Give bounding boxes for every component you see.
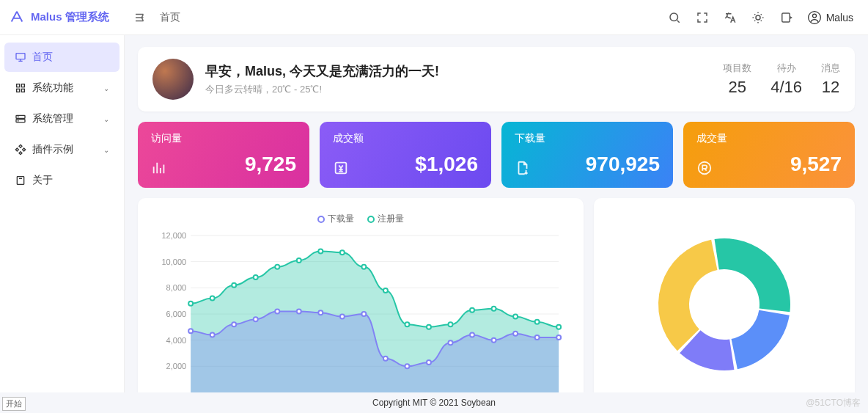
svg-point-1 (756, 15, 760, 20)
user-icon (807, 10, 822, 25)
svg-point-60 (470, 333, 474, 337)
main-content: 早安，Malus, 今天又是充满活力的一天! 今日多云转晴，20℃ - 25℃!… (125, 35, 868, 392)
svg-point-53 (318, 310, 323, 315)
sidebar-item-features[interactable]: 系统功能 ⌄ (4, 73, 119, 103)
svg-point-55 (361, 312, 366, 316)
svg-text:10,000: 10,000 (161, 257, 186, 266)
svg-point-38 (383, 288, 388, 293)
sidebar-item-label: 系统功能 (32, 81, 73, 95)
svg-text:8,000: 8,000 (166, 283, 187, 292)
svg-text:6,000: 6,000 (166, 310, 187, 318)
svg-text:2,000: 2,000 (166, 362, 187, 370)
greeting-title: 早安，Malus, 今天又是充满活力的一天! (205, 62, 439, 80)
svg-point-47 (188, 329, 193, 333)
user-name: Malus (826, 12, 853, 23)
sidebar-item-label: 系统管理 (32, 112, 73, 125)
stat-card-visits[interactable]: 访问量 9,725 (138, 122, 309, 188)
stat-card-downloads[interactable]: 下载量 970,925 (501, 122, 673, 188)
svg-point-36 (340, 250, 345, 255)
currency-icon (333, 160, 349, 176)
avatar (152, 59, 194, 100)
svg-point-0 (670, 13, 678, 21)
line-chart[interactable]: 2,0004,0006,0008,00010,00012,000 (152, 231, 569, 392)
svg-point-50 (254, 317, 258, 321)
stat-projects: 项目数25 (723, 62, 751, 97)
svg-point-59 (448, 340, 452, 345)
sidebar-item-label: 首页 (32, 51, 53, 64)
language-icon[interactable] (724, 11, 737, 24)
start-button[interactable]: 开始 (2, 397, 26, 411)
svg-point-44 (513, 315, 518, 319)
chevron-down-icon: ⌄ (103, 115, 109, 123)
grid-icon (15, 82, 26, 94)
svg-point-29 (188, 301, 193, 306)
svg-rect-14 (17, 177, 23, 185)
svg-text:4,000: 4,000 (166, 336, 187, 345)
stat-card-deals[interactable]: 成交量 9,527 (683, 122, 855, 188)
breadcrumb[interactable]: 首页 (160, 11, 180, 24)
svg-point-54 (340, 315, 345, 319)
svg-point-34 (297, 258, 301, 263)
bar-chart-icon (151, 160, 167, 176)
svg-point-51 (275, 309, 279, 313)
download-icon (515, 160, 531, 176)
server-icon (15, 113, 26, 125)
svg-point-46 (556, 325, 561, 329)
svg-point-49 (232, 322, 236, 326)
app-title: Malus 管理系统 (31, 10, 109, 24)
svg-point-31 (232, 283, 236, 288)
theme-icon[interactable] (751, 11, 765, 24)
user-menu[interactable]: Malus (807, 10, 853, 25)
line-chart-legend: 下载量 注册量 (152, 213, 569, 225)
logo[interactable]: Malus 管理系统 (9, 10, 125, 26)
svg-point-30 (210, 296, 215, 301)
greeting-card: 早安，Malus, 今天又是充满活力的一天! 今日多云转晴，20℃ - 25℃!… (138, 47, 855, 112)
svg-point-48 (210, 333, 215, 337)
svg-point-57 (405, 364, 409, 368)
svg-point-32 (254, 275, 258, 279)
header: Malus 管理系统 首页 Malus (0, 0, 868, 35)
collapse-sidebar-button[interactable] (133, 11, 147, 24)
svg-point-58 (427, 360, 431, 365)
greeting-subtitle: 今日多云转晴，20℃ - 25℃! (205, 83, 439, 96)
chevron-down-icon: ⌄ (103, 146, 109, 154)
sidebar-item-home[interactable]: 首页 (4, 43, 119, 72)
fullscreen-icon[interactable] (696, 11, 709, 24)
svg-rect-9 (21, 89, 24, 92)
svg-rect-2 (781, 13, 790, 22)
svg-point-13 (18, 120, 18, 121)
svg-rect-5 (16, 54, 25, 59)
donut-chart-card (594, 198, 855, 392)
sidebar-item-label: 关于 (32, 174, 53, 187)
sidebar-item-plugins[interactable]: 插件示例 ⌄ (4, 135, 119, 164)
book-icon (15, 175, 26, 186)
sidebar-item-admin[interactable]: 系统管理 ⌄ (4, 104, 119, 134)
sidebar-item-about[interactable]: 关于 (4, 166, 119, 195)
sidebar-item-label: 插件示例 (32, 143, 73, 156)
svg-point-61 (492, 338, 496, 343)
settings-icon[interactable] (779, 11, 792, 24)
stat-cards-row: 访问量 9,725 成交额 $1,026 下载量 970,925 (138, 122, 855, 188)
svg-point-56 (383, 357, 388, 361)
svg-point-45 (535, 320, 540, 324)
svg-point-39 (405, 322, 409, 326)
plugin-icon (15, 144, 26, 156)
svg-point-35 (318, 249, 323, 253)
footer-text: Copyright MIT © 2021 Soybean (372, 398, 496, 408)
stat-messages: 消息12 (821, 62, 840, 97)
svg-rect-8 (17, 89, 20, 92)
svg-text:12,000: 12,000 (161, 231, 186, 240)
svg-point-64 (556, 335, 561, 340)
donut-chart[interactable] (644, 224, 805, 385)
svg-point-63 (535, 335, 540, 340)
svg-point-4 (812, 14, 816, 18)
svg-point-40 (427, 325, 431, 329)
svg-point-12 (18, 117, 18, 117)
line-chart-card: 下载量 注册量 2,0004,0006,0008,00010,00012,000 (138, 198, 584, 392)
svg-point-42 (470, 308, 474, 313)
registered-icon (696, 160, 713, 176)
app-logo-icon (9, 10, 25, 26)
stat-card-revenue[interactable]: 成交额 $1,026 (320, 122, 491, 188)
search-icon[interactable] (668, 11, 681, 24)
stat-todos: 待办4/16 (770, 62, 802, 97)
